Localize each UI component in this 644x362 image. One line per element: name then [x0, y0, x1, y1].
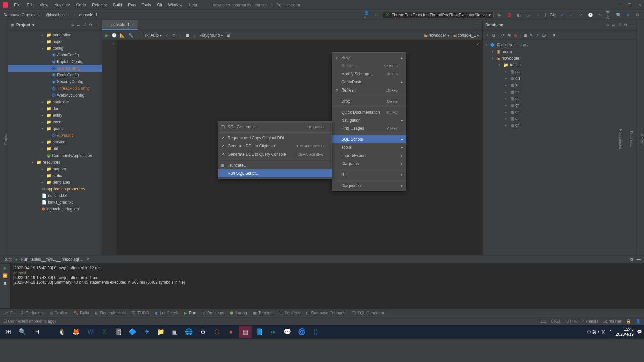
more-icon[interactable]: ⋯	[534, 12, 541, 18]
menu-sql-scripts[interactable]: SQL Scripts▸	[332, 135, 406, 143]
menu-truncate[interactable]: 🗑Truncate…	[218, 161, 332, 169]
select-opened-icon[interactable]: ⊕	[71, 23, 74, 27]
todo-tab[interactable]: ☑TODO	[132, 311, 149, 315]
menu-request-ddl[interactable]: ↗Request and Copy Original DDL	[218, 134, 332, 142]
wrench-icon[interactable]: 🔧	[128, 33, 133, 38]
tree-class[interactable]: WebMvcConfig	[57, 93, 84, 98]
build-tab[interactable]: 🔨Build	[73, 311, 89, 315]
execute-icon[interactable]: ▶	[105, 33, 108, 38]
menu-navigate[interactable]: Navigate	[52, 2, 73, 8]
menu-new[interactable]: ＋New▸	[332, 54, 406, 62]
cmd-icon[interactable]: ▣	[168, 326, 181, 338]
run-config-selector[interactable]: ⦿ ThreadPoolTests.testThreadPoolTaskExec…	[383, 12, 494, 18]
menu-edit[interactable]: Edit	[24, 2, 36, 8]
tree-folder[interactable]: util	[53, 146, 58, 151]
tree-folder[interactable]: static	[53, 173, 62, 178]
commit-icon[interactable]: ✓	[165, 33, 169, 38]
settings-icon[interactable]: ⚙	[197, 326, 209, 338]
run-output[interactable]: [2023-04-19 15:43:30] 0 row(s) affected …	[10, 264, 644, 308]
database-tool-button[interactable]: Database	[629, 131, 633, 147]
collapse-all-icon[interactable]: ⇵	[83, 23, 86, 27]
menu-file[interactable]: File	[11, 2, 23, 8]
notification-icon[interactable]: 💬	[637, 329, 642, 334]
menu-git[interactable]: Git▸	[332, 171, 406, 179]
db-table[interactable]: dis	[515, 76, 520, 81]
settings-icon[interactable]: ⚙	[634, 12, 641, 18]
tab-menu-icon[interactable]: ⋮	[475, 23, 479, 27]
endpoints-tab[interactable]: ⚲Endpoints	[21, 311, 43, 315]
tree-file[interactable]: kafka_cmd.txt	[48, 200, 73, 205]
db-changes-tab[interactable]: ⊟Database Changes	[306, 311, 345, 315]
tree-class[interactable]: SecurityConfig	[57, 79, 83, 84]
debug-icon[interactable]: 🐞	[506, 12, 513, 18]
database-tree[interactable]: ▾🔷@localhost 2 of 7 ▸▣hmdp ▾▣nowcoder ▾📁…	[483, 40, 637, 130]
stop-icon[interactable]: ≋	[507, 33, 511, 38]
menu-run-sql-script[interactable]: Run SQL Script…	[218, 169, 332, 177]
tree-folder[interactable]: controller	[53, 100, 69, 104]
tx-mode[interactable]: Tx: Auto ▾	[144, 33, 162, 38]
collapse-icon[interactable]: ⇵	[618, 23, 621, 27]
profiler-tab[interactable]: ◷Profiler	[50, 311, 67, 315]
search-icon[interactable]: 🔍	[615, 12, 622, 18]
excel-icon[interactable]: X	[98, 326, 111, 338]
db-table[interactable]: qr	[515, 96, 519, 101]
tray-chevron-icon[interactable]: ⌃	[609, 329, 612, 334]
tree-folder[interactable]: event	[53, 120, 62, 124]
app-icon[interactable]: ⬡	[211, 326, 223, 338]
menu-refactor[interactable]: Refactor	[89, 2, 110, 8]
maven-tool-button[interactable]: Maven	[640, 133, 644, 144]
ime-indicator[interactable]: ㊥ 英 ♪ ,简	[587, 329, 605, 335]
rerun-icon[interactable]: ▶	[4, 266, 7, 270]
git-branch[interactable]: ⎇ master	[603, 319, 621, 324]
tree-file[interactable]: logback-spring.xml	[46, 207, 80, 212]
query-icon[interactable]: 🖵	[542, 33, 546, 38]
tree-folder[interactable]: entity	[53, 113, 62, 118]
tree-folder[interactable]: annotation	[53, 33, 71, 37]
tree-folder[interactable]: service	[53, 140, 65, 144]
breadcrumb-item[interactable]: @localhost	[46, 13, 66, 17]
edit-icon[interactable]: ✎	[530, 33, 533, 38]
tree-file[interactable]: es_cmd.txt	[48, 193, 67, 198]
menu-diagrams[interactable]: Diagrams▸	[332, 160, 406, 168]
intellij-icon[interactable]: ▦	[239, 326, 252, 338]
expand-all-icon[interactable]: ≣	[77, 23, 80, 27]
settings-icon[interactable]: ✿	[89, 23, 92, 27]
tree-folder[interactable]: mapper	[53, 167, 66, 171]
settings-icon[interactable]: ✿	[624, 23, 627, 27]
menu-view[interactable]: View	[37, 2, 51, 8]
menu-ddl-console[interactable]: ↗Generate DDL to Query ConsoleCtrl+Alt+S…	[218, 150, 332, 158]
git-tab[interactable]: ⎇Git	[3, 311, 15, 315]
coverage-icon[interactable]: ◧	[515, 12, 522, 18]
db-table[interactable]: lo	[515, 83, 518, 87]
task-view-icon[interactable]: ⊟	[30, 326, 43, 338]
translate-icon[interactable]: �文	[606, 12, 612, 18]
db-table[interactable]: qr	[515, 116, 519, 121]
tree-class[interactable]: ThreadPoolConfig	[57, 86, 90, 91]
menu-git[interactable]: Git	[154, 2, 165, 8]
tree-folder[interactable]: dao	[53, 106, 59, 111]
tree-class[interactable]: AlphaConfig	[57, 53, 79, 57]
menu-tools[interactable]: Tools	[139, 2, 154, 8]
lock-icon[interactable]: 🔒	[626, 319, 631, 324]
inspection-ok-icon[interactable]: ✓	[476, 42, 480, 46]
hide-icon[interactable]: —	[630, 23, 634, 27]
close-tab-icon[interactable]: ×	[132, 22, 134, 27]
menu-window[interactable]: Window	[165, 2, 185, 8]
menu-modify-schema[interactable]: Modify Schema…Ctrl+F6	[332, 70, 406, 78]
session-selector[interactable]: ▣ console_1 ▾	[453, 33, 479, 38]
menu-import-export[interactable]: Import/Export▸	[332, 152, 406, 160]
close-icon[interactable]: ✕	[638, 3, 641, 7]
select-icon[interactable]: ⊕	[606, 23, 609, 27]
disconnect-icon[interactable]: ⊘	[514, 33, 517, 38]
menu-refresh[interactable]: ⟳RefreshCtrl+F5	[332, 86, 406, 94]
project-tool-button[interactable]: Project	[4, 133, 8, 145]
clock-date[interactable]: 2023/4/19	[616, 332, 634, 337]
clock-time[interactable]: 15:43	[616, 327, 634, 332]
tree-class[interactable]: QuartzConfig	[57, 66, 81, 71]
db-table[interactable]: qr	[515, 103, 519, 108]
explain-icon[interactable]: 📐	[120, 33, 125, 38]
cursor-pos[interactable]: 1:1	[541, 319, 546, 324]
add-icon[interactable]: ＋	[485, 32, 489, 38]
tree-class[interactable]: AlphaJob	[57, 133, 74, 138]
dependencies-tab[interactable]: ⊞Dependencies	[95, 311, 126, 315]
